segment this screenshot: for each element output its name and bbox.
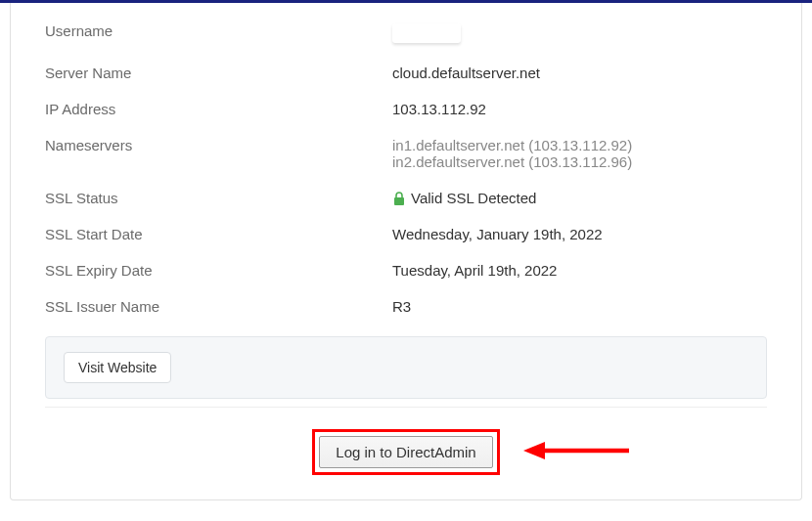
visit-website-button[interactable]: Visit Website <box>64 352 171 383</box>
nameserver-2: in2.defaultserver.net (103.13.112.96) <box>392 153 632 170</box>
row-ssl-start: SSL Start Date Wednesday, January 19th, … <box>45 216 767 252</box>
value-server-name: cloud.defaultserver.net <box>392 65 540 81</box>
nameserver-1: in1.defaultserver.net (103.13.112.92) <box>392 137 632 153</box>
row-username: Username <box>45 13 767 55</box>
value-ssl-status: Valid SSL Detected <box>392 190 536 206</box>
label-ssl-expiry: SSL Expiry Date <box>45 262 392 279</box>
label-server-name: Server Name <box>45 65 392 81</box>
annotation-arrow-icon <box>523 438 631 467</box>
svg-marker-2 <box>523 442 545 459</box>
label-nameservers: Nameservers <box>45 137 392 153</box>
value-ssl-expiry: Tuesday, April 19th, 2022 <box>392 262 557 279</box>
label-ssl-status: SSL Status <box>45 190 392 206</box>
value-username <box>392 22 461 45</box>
svg-rect-0 <box>394 197 404 205</box>
login-row: Log in to DirectAdmin <box>45 429 767 475</box>
row-nameservers: Nameservers in1.defaultserver.net (103.1… <box>45 127 767 180</box>
value-ssl-start: Wednesday, January 19th, 2022 <box>392 226 603 242</box>
row-ssl-status: SSL Status Valid SSL Detected <box>45 180 767 216</box>
row-server-name: Server Name cloud.defaultserver.net <box>45 55 767 91</box>
label-username: Username <box>45 22 392 39</box>
row-ip-address: IP Address 103.13.112.92 <box>45 91 767 127</box>
value-ip-address: 103.13.112.92 <box>392 101 486 117</box>
row-ssl-issuer: SSL Issuer Name R3 <box>45 288 767 325</box>
row-ssl-expiry: SSL Expiry Date Tuesday, April 19th, 202… <box>45 252 767 288</box>
value-ssl-issuer: R3 <box>392 298 411 315</box>
server-info-panel: Username Server Name cloud.defaultserver… <box>10 3 802 500</box>
label-ssl-issuer: SSL Issuer Name <box>45 298 392 315</box>
label-ssl-start: SSL Start Date <box>45 226 392 242</box>
login-directadmin-button[interactable]: Log in to DirectAdmin <box>319 436 492 468</box>
redacted-username <box>392 23 461 43</box>
label-ip-address: IP Address <box>45 101 392 117</box>
actions-well: Visit Website <box>45 336 767 399</box>
lock-icon <box>392 192 405 205</box>
annotation-highlight-box: Log in to DirectAdmin <box>312 429 499 475</box>
divider <box>45 407 767 408</box>
value-nameservers: in1.defaultserver.net (103.13.112.92) in… <box>392 137 632 170</box>
ssl-status-text: Valid SSL Detected <box>411 190 536 206</box>
